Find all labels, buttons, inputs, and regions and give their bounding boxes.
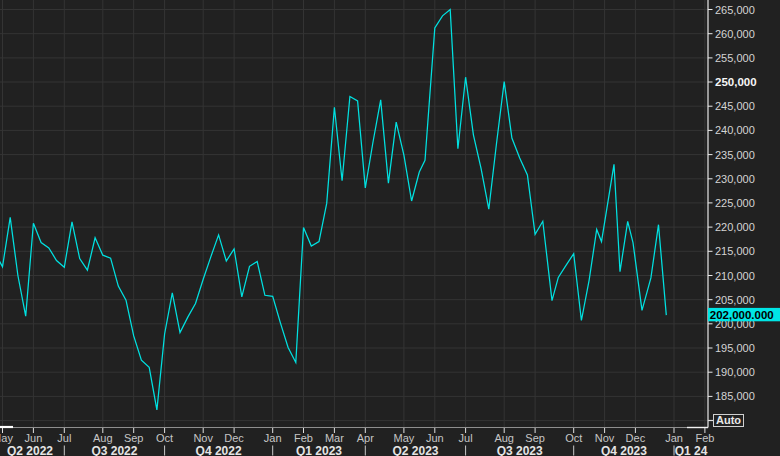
svg-text:Apr: Apr [357, 432, 374, 444]
svg-text:235,000: 235,000 [715, 149, 755, 161]
svg-text:Sep: Sep [525, 432, 545, 444]
svg-text:Q3 2023: Q3 2023 [497, 444, 543, 456]
svg-text:Jan: Jan [665, 432, 683, 444]
svg-text:205,000: 205,000 [715, 294, 755, 306]
svg-text:Jul: Jul [57, 432, 71, 444]
svg-text:Q4 2022: Q4 2022 [196, 444, 242, 456]
svg-text:Aug: Aug [93, 432, 113, 444]
svg-text:Feb: Feb [695, 432, 714, 444]
svg-text:Jun: Jun [25, 432, 43, 444]
svg-text:May: May [394, 432, 415, 444]
svg-text:240,000: 240,000 [715, 124, 755, 136]
svg-text:May: May [0, 432, 13, 444]
svg-text:245,000: 245,000 [715, 100, 755, 112]
svg-text:Nov: Nov [595, 432, 615, 444]
svg-text:225,000: 225,000 [715, 197, 755, 209]
svg-text:Q1 24: Q1 24 [675, 444, 708, 456]
svg-text:Q2 2023: Q2 2023 [392, 444, 438, 456]
svg-text:Jun: Jun [426, 432, 444, 444]
svg-text:Aug: Aug [494, 432, 514, 444]
svg-text:Nov: Nov [193, 432, 213, 444]
svg-text:Dec: Dec [626, 432, 646, 444]
svg-text:Auto: Auto [716, 414, 741, 426]
svg-text:Oct: Oct [156, 432, 173, 444]
svg-text:Q2 2022: Q2 2022 [7, 444, 53, 456]
svg-text:230,000: 230,000 [715, 173, 755, 185]
svg-text:265,000: 265,000 [715, 4, 755, 16]
svg-text:260,000: 260,000 [715, 28, 755, 40]
svg-text:202,000.000: 202,000.000 [710, 309, 774, 321]
svg-text:195,000: 195,000 [715, 342, 755, 354]
svg-text:185,000: 185,000 [715, 390, 755, 402]
svg-text:Q3 2022: Q3 2022 [91, 444, 137, 456]
svg-text:Sep: Sep [124, 432, 144, 444]
svg-text:190,000: 190,000 [715, 366, 755, 378]
svg-text:Oct: Oct [565, 432, 582, 444]
svg-text:Q1 2023: Q1 2023 [296, 444, 342, 456]
svg-text:215,000: 215,000 [715, 245, 755, 257]
svg-text:250,000: 250,000 [715, 76, 757, 88]
svg-text:210,000: 210,000 [715, 270, 755, 282]
svg-text:220,000: 220,000 [715, 221, 755, 233]
svg-text:Q4 2023: Q4 2023 [601, 444, 647, 456]
svg-text:Dec: Dec [224, 432, 244, 444]
svg-text:Mar: Mar [325, 432, 344, 444]
svg-text:Jan: Jan [264, 432, 282, 444]
svg-text:Feb: Feb [294, 432, 313, 444]
svg-text:Jul: Jul [459, 432, 473, 444]
svg-text:255,000: 255,000 [715, 52, 755, 64]
